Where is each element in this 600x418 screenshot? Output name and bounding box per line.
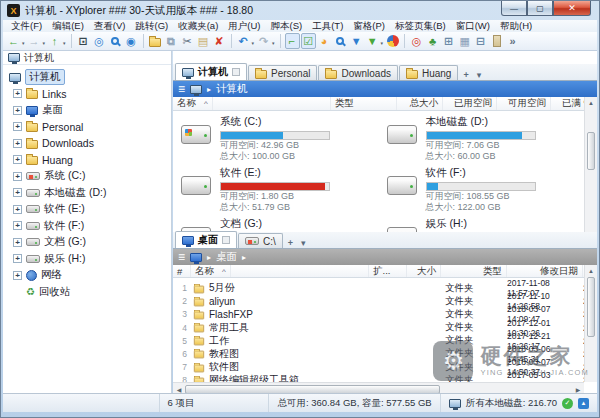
expander-icon[interactable]: +: [13, 271, 22, 280]
menu-item[interactable]: 收藏夹(a): [173, 20, 223, 33]
drive-tile-软件 (F:)[interactable]: 软件 (F:)可用空间: 108.55 GB总大小: 122.00 GB: [379, 162, 585, 213]
go-button[interactable]: ◉: [124, 33, 139, 49]
copy-button[interactable]: ⧉: [164, 33, 179, 49]
tree-item-本地磁盘 (D:)[interactable]: +本地磁盘 (D:): [3, 185, 171, 202]
panel-button[interactable]: [489, 33, 504, 49]
close-button[interactable]: ✕: [553, 1, 591, 16]
maximize-button[interactable]: ▢: [527, 1, 553, 16]
tab-list-button[interactable]: ▾: [473, 70, 486, 80]
tree-item-桌面[interactable]: +桌面: [3, 102, 171, 119]
tree-item-回收站[interactable]: +♻回收站: [3, 284, 171, 301]
expander-icon[interactable]: +: [13, 238, 22, 247]
tab-lock-icon[interactable]: [232, 68, 240, 76]
undo-button[interactable]: ↶: [236, 33, 251, 49]
menu-item[interactable]: 编辑(E): [47, 20, 89, 33]
menu-item[interactable]: 文件(F): [6, 20, 47, 33]
tab-list-button[interactable]: ▾: [297, 238, 310, 248]
show-desktop-button[interactable]: ⊡: [76, 33, 91, 49]
scroll-up-icon[interactable]: ▲: [585, 265, 597, 276]
dropdown-arrow-icon[interactable]: ▾: [63, 40, 66, 46]
menu-item[interactable]: 帮助(H): [495, 20, 537, 33]
column-header-已用空间[interactable]: 已用空间: [443, 97, 497, 110]
expander-icon[interactable]: +: [13, 89, 22, 98]
new-tab-button[interactable]: +: [284, 238, 297, 248]
scroll-right-icon[interactable]: ▶: [572, 386, 584, 393]
column-header-修改日期[interactable]: 修改日期: [507, 265, 583, 277]
tree-path-bar[interactable]: 计算机: [3, 51, 171, 65]
drive-tile-软件 (E:)[interactable]: 软件 (E:)可用空间: 1.80 GB总大小: 51.79 GB: [173, 162, 379, 213]
column-header-类型[interactable]: 类型: [441, 265, 507, 277]
tree-item-系统 (C:)[interactable]: +系统 (C:): [3, 168, 171, 185]
menu-item[interactable]: 标签页集(B): [390, 20, 451, 33]
new-tab-button[interactable]: +: [459, 70, 472, 80]
expander-icon[interactable]: +: [13, 205, 22, 214]
drive-tile-本地磁盘 (D:)[interactable]: 本地磁盘 (D:)可用空间: 7.06 GB总大小: 60.00 GB: [379, 111, 585, 162]
tab-桌面[interactable]: 桌面: [175, 231, 237, 248]
scrollbar-thumb[interactable]: [587, 277, 595, 337]
back-button[interactable]: ←: [6, 33, 21, 49]
column-header-名称[interactable]: 名称^: [173, 97, 331, 110]
filter-button[interactable]: ▼: [349, 33, 364, 49]
scrollbar-thumb[interactable]: [587, 132, 595, 170]
spot-button[interactable]: ◎: [409, 33, 424, 49]
expander-icon[interactable]: +: [13, 106, 22, 115]
split-button[interactable]: ⊟: [473, 33, 488, 49]
menu-item[interactable]: 工具(T): [307, 20, 348, 33]
top-vertical-scrollbar[interactable]: ▲: [584, 97, 597, 232]
dual-pane-button[interactable]: ⊞: [441, 33, 456, 49]
dropdown-arrow-icon[interactable]: ▾: [252, 40, 255, 46]
scroll-up-icon[interactable]: ▲: [585, 97, 597, 108]
find-files-button[interactable]: [108, 33, 123, 49]
drive-tile-文档 (G:)[interactable]: 文档 (G:): [173, 213, 379, 232]
expander-icon[interactable]: +: [13, 155, 22, 164]
folder-tree-button[interactable]: ♣: [425, 33, 440, 49]
column-header-可用空间[interactable]: 可用空间: [497, 97, 551, 110]
tree-item-网络[interactable]: +网络: [3, 267, 171, 284]
expander-icon[interactable]: +: [13, 172, 22, 181]
breadcrumb-label[interactable]: 桌面: [216, 250, 237, 264]
column-header-#[interactable]: #: [173, 265, 191, 277]
tab-Huang[interactable]: Huang: [399, 65, 458, 80]
menu-item[interactable]: 窗格(P): [348, 20, 390, 33]
redo-button[interactable]: ↷: [256, 33, 271, 49]
menu-item[interactable]: 窗口(W): [451, 20, 495, 33]
queue-up-icon[interactable]: ▲: [578, 398, 589, 409]
up-button[interactable]: ↑: [47, 33, 62, 49]
tree-item-软件 (F:)[interactable]: +软件 (F:): [3, 218, 171, 235]
expander-icon[interactable]: +: [13, 254, 22, 263]
catalog-button[interactable]: ◎: [92, 33, 107, 49]
column-header-名称[interactable]: 名称^: [191, 265, 369, 277]
scroll-left-icon[interactable]: ◀: [173, 386, 185, 393]
menu-item[interactable]: 跳转(G): [130, 20, 173, 33]
paste-button[interactable]: ▤: [196, 33, 211, 49]
reports-button[interactable]: [385, 33, 400, 49]
drive-tile-系统 (C:)[interactable]: 系统 (C:)可用空间: 42.96 GB总大小: 100.00 GB: [173, 111, 379, 162]
column-header-总大小[interactable]: 总大小: [397, 97, 443, 110]
top-breadcrumb[interactable]: ≡ ▸ 计算机: [173, 81, 597, 97]
dropdown-arrow-icon[interactable]: ▾: [272, 40, 275, 46]
tree-item-Personal[interactable]: +Personal: [3, 119, 171, 136]
menu-burger-icon[interactable]: ≡: [178, 251, 185, 263]
dropdown-arrow-icon[interactable]: ▾: [22, 40, 25, 46]
tree-item-计算机[interactable]: 计算机: [3, 69, 171, 86]
new-folder-button[interactable]: [148, 33, 163, 49]
tab-C:\[interactable]: C:\: [238, 233, 283, 248]
overflow-button[interactable]: »: [505, 33, 520, 49]
drive-tile-娱乐 (H:)[interactable]: 娱乐 (H:): [379, 213, 585, 232]
tab-Downloads[interactable]: Downloads: [318, 65, 397, 80]
column-header-类型[interactable]: 类型: [331, 97, 397, 110]
menu-item[interactable]: 查看(V): [89, 20, 131, 33]
tree-item-娱乐 (H:)[interactable]: +娱乐 (H:): [3, 251, 171, 268]
forward-button[interactable]: →: [27, 33, 42, 49]
breadcrumb-label[interactable]: 计算机: [216, 82, 248, 96]
bottom-vertical-scrollbar[interactable]: ▲: [584, 265, 597, 382]
expander-icon[interactable]: +: [13, 188, 22, 197]
tree-item-软件 (E:)[interactable]: +软件 (E:): [3, 201, 171, 218]
mini-tree-button[interactable]: ⌐: [285, 33, 300, 49]
checkbox-select-button[interactable]: ☑: [301, 33, 316, 49]
expander-icon[interactable]: +: [13, 221, 22, 230]
tree-item-Downloads[interactable]: +Downloads: [3, 135, 171, 152]
tree-item-文档 (G:)[interactable]: +文档 (G:): [3, 234, 171, 251]
dropdown-arrow-icon[interactable]: ▾: [43, 40, 46, 46]
search-button[interactable]: [333, 33, 348, 49]
